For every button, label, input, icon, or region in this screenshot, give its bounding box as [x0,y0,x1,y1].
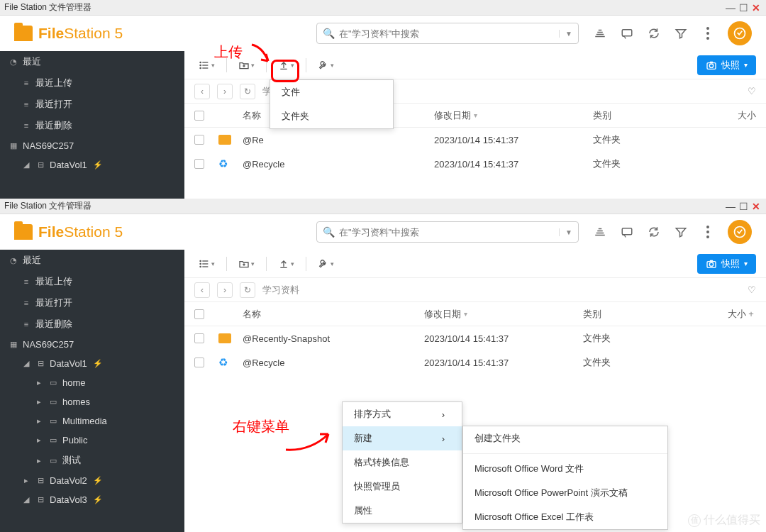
minimize-button[interactable]: — [725,2,736,13]
sidebar-recent-upload[interactable]: ≡最近上传 [0,72,184,94]
new-ppt-item[interactable]: Microsoft Office PowerPoint 演示文稿 [463,481,667,505]
maximize-button[interactable]: ☐ [738,201,749,212]
filter-icon[interactable] [674,225,688,239]
row-checkbox[interactable] [194,333,204,343]
ctx-convert-item[interactable]: 格式转换信息 [343,450,462,475]
window-title: File Station 文件管理器 [4,200,91,212]
close-button[interactable]: ✕ [750,201,762,212]
network-icon[interactable] [593,26,607,40]
app-logo: FileStation 5 [14,223,123,240]
snapshot-button[interactable]: 快照▾ [697,55,756,75]
ctx-props-item[interactable]: 属性 [343,499,462,523]
bolt-icon: ⚡ [93,359,103,368]
upload-folder-item[interactable]: 文件夹 [270,104,393,128]
sidebar-recent-delete[interactable]: ≡最近删除 [0,314,184,335]
view-mode-button[interactable]: ▾ [194,57,219,74]
sidebar-datavol1[interactable]: ◢⊟DataVol1⚡ [0,155,184,174]
upload-button[interactable]: ▾ [274,255,299,272]
search-input[interactable] [339,227,559,238]
sidebar-folder-multimedia[interactable]: ▸▭Multimedia [0,411,184,431]
col-type[interactable]: 类别 [583,308,711,321]
sidebar-folder-homes[interactable]: ▸▭homes [0,392,184,411]
col-date[interactable]: 修改日期▾ [434,109,593,122]
sidebar-datavol2[interactable]: ▸⊟DataVol2⚡ [0,471,184,490]
view-mode-button[interactable]: ▾ [194,255,219,272]
table-row[interactable]: @Recently-Snapshot 2023/10/14 15:41:37 文… [184,326,766,350]
table-row[interactable]: @Re 2023/10/14 15:41:37 文件夹 [184,128,766,152]
select-all-checkbox[interactable] [194,111,204,121]
ctx-new-item[interactable]: 新建› [343,426,462,450]
file-type: 文件夹 [583,332,711,345]
sidebar-nas[interactable]: ▦NAS69C257 [0,335,184,354]
search-dropdown-icon[interactable]: ▼ [559,228,572,236]
col-size[interactable]: 大小 [711,308,746,321]
select-all-checkbox[interactable] [194,309,204,319]
col-date[interactable]: 修改日期▾ [424,308,583,321]
col-name[interactable]: 名称 [243,308,424,321]
row-checkbox[interactable] [194,135,204,145]
upload-button[interactable]: ▾ [274,57,299,74]
nav-fwd-button[interactable]: › [217,282,233,298]
row-checkbox[interactable] [194,159,204,169]
sidebar-folder-test[interactable]: ▸▭测试 [0,450,184,471]
snapshot-button[interactable]: 快照▾ [697,254,756,274]
maximize-button[interactable]: ☐ [738,2,749,13]
search-box[interactable]: 🔍 ▼ [316,23,579,44]
nav-back-button[interactable]: ‹ [194,282,210,298]
favorite-icon[interactable]: ♡ [748,86,756,96]
minimize-button[interactable]: — [725,201,736,212]
tools-button[interactable]: ▾ [313,255,338,272]
row-checkbox[interactable] [194,358,204,367]
nav-refresh-button[interactable]: ↻ [240,84,255,99]
folder-icon: ▭ [48,436,58,445]
tools-button[interactable]: ▾ [313,57,338,74]
sidebar-recent-open[interactable]: ≡最近打开 [0,94,184,115]
new-folder-item[interactable]: 创建文件夹 [463,426,667,450]
close-button[interactable]: ✕ [750,2,762,13]
search-box[interactable]: 🔍 ▼ [316,221,579,243]
sidebar-nas[interactable]: ▦NAS69C257 [0,136,184,155]
sidebar-folder-public[interactable]: ▸▭Public [0,431,184,450]
app-badge-icon[interactable] [728,21,752,45]
new-excel-item[interactable]: Microsoft Office Excel 工作表 [463,505,667,529]
breadcrumb-path[interactable]: 学习资料 [262,284,299,297]
search-input[interactable] [339,28,559,39]
col-size[interactable]: 大小 [721,109,756,122]
refresh-icon[interactable] [647,26,661,40]
sidebar-folder-home[interactable]: ▸▭home [0,373,184,392]
file-type: 文件夹 [593,133,721,146]
nav-fwd-button[interactable]: › [217,84,233,99]
sidebar-recent-delete[interactable]: ≡最近删除 [0,115,184,136]
add-column-icon[interactable]: + [746,309,756,319]
app-badge-icon[interactable] [728,220,752,244]
new-folder-button[interactable]: ▾ [234,57,259,74]
nav-back-button[interactable]: ‹ [194,84,210,99]
upload-file-item[interactable]: 文件 [270,80,393,104]
file-date: 2023/10/14 15:41:37 [424,333,583,344]
col-type[interactable]: 类别 [593,109,721,122]
network-icon[interactable] [593,225,607,239]
ctx-snapshot-item[interactable]: 快照管理员 [343,475,462,499]
new-word-item[interactable]: Microsoft Office Word 文件 [463,457,667,481]
filter-icon[interactable] [674,26,688,40]
file-name: @Recycle [243,358,424,368]
table-row[interactable]: ♻ @Recycle 2023/10/14 15:41:37 文件夹 [184,152,766,176]
watermark: 值什么值得买 [688,513,760,528]
search-dropdown-icon[interactable]: ▼ [559,30,572,38]
more-icon[interactable] [701,225,715,239]
sidebar-datavol1[interactable]: ◢⊟DataVol1⚡ [0,354,184,373]
favorite-icon[interactable]: ♡ [748,284,756,295]
ctx-sort-item[interactable]: 排序方式› [343,402,462,426]
sidebar-datavol3[interactable]: ◢⊟DataVol3⚡ [0,490,184,509]
new-folder-button[interactable]: ▾ [234,255,259,272]
cast-icon[interactable] [620,225,634,239]
table-row[interactable]: ♻ @Recycle 2023/10/14 15:41:37 文件夹 [184,350,766,375]
sidebar-recent-open[interactable]: ≡最近打开 [0,292,184,314]
nav-refresh-button[interactable]: ↻ [240,282,255,298]
refresh-icon[interactable] [647,225,661,239]
sidebar-recent[interactable]: ◔最近 [0,250,184,271]
sidebar-recent-upload[interactable]: ≡最近上传 [0,271,184,292]
more-icon[interactable] [701,26,715,40]
sidebar-recent[interactable]: ◔最近 [0,51,184,72]
cast-icon[interactable] [620,26,634,40]
